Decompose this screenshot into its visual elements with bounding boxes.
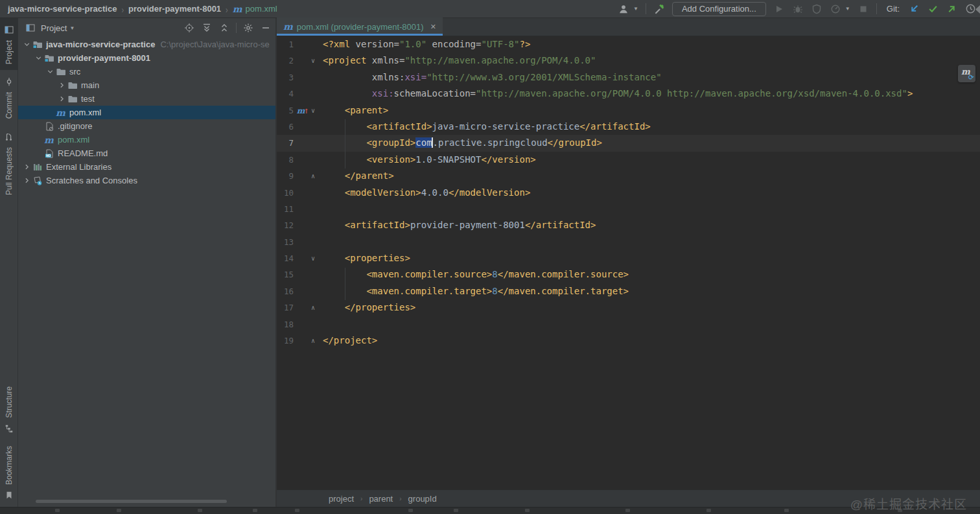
history-clock-icon[interactable] [964,3,976,15]
cutoff-icon [706,509,711,512]
line-number: 12 [277,217,294,233]
tree-item-pom-xml[interactable]: mpom.xml [18,133,275,146]
fold-gutter [308,266,318,283]
code-line-8[interactable]: 8 <version>1.0-SNAPSHOT</version> [277,152,980,168]
settings-gear-icon[interactable] [242,22,254,34]
tree-item-java-micro-service-practice[interactable]: java-micro-service-practiceC:\project\Ja… [18,38,275,51]
collapse-all-icon[interactable] [218,22,230,34]
tree-item--gitignore[interactable]: .gitignore [18,119,275,133]
tree-item-src[interactable]: src [18,65,275,78]
code-line-6[interactable]: 6 <artifactId>java-micro-service-practic… [277,119,980,135]
gutter [294,135,308,151]
fold-marker[interactable]: ∧ [308,168,318,184]
fold-gutter [308,185,318,201]
code-line-5[interactable]: 5m↑∨ <parent> [277,102,980,119]
code-line-17[interactable]: 17∧ </properties> [277,299,980,316]
chevron-right-icon[interactable] [22,176,32,185]
breadcrumb-separator: › [121,3,124,14]
close-icon[interactable]: ✕ [430,23,436,31]
chevron-down-icon[interactable] [34,54,43,62]
chevron-right-icon[interactable] [57,95,67,103]
fold-marker[interactable]: ∧ [308,333,318,349]
chevron-down-icon[interactable] [22,40,32,49]
code-line-9[interactable]: 9∧ </parent> [277,168,980,184]
coverage-icon[interactable] [811,3,822,15]
tree-item-provider-payment-8001[interactable]: provider-payment-8001 [18,51,275,65]
line-number: 18 [277,316,294,333]
xml-breadcrumb-groupid[interactable]: groupId [408,494,437,504]
tree-item-test[interactable]: test [18,92,275,106]
breadcrumb-item[interactable]: java-micro-service-practice [8,4,117,14]
toolbar-separator [876,3,877,14]
maven-parent-icon[interactable]: m↑ [294,102,308,119]
cutoff-icon [117,509,121,512]
run-configuration-select[interactable]: Add Configuration... [672,2,766,16]
code-line-10[interactable]: 10 <modelVersion>4.0.0</modelVersion> [277,185,980,201]
debug-icon[interactable] [792,3,804,15]
code-line-19[interactable]: 19∧</project> [277,333,980,349]
user-icon[interactable] [618,3,629,15]
tree-item-label: .gitignore [58,121,92,131]
code-line-18[interactable]: 18 [277,316,980,333]
tree-item-external-libraries[interactable]: External Libraries [18,160,275,174]
xml-breadcrumb-parent[interactable]: parent [369,494,393,504]
expand-all-icon[interactable] [201,22,213,34]
tree-item-scratches-and-consoles[interactable]: Scratches and Consoles [18,174,275,187]
profiler-icon[interactable] [830,3,841,15]
git-label: Git: [887,4,900,14]
breadcrumb-item[interactable]: provider-payment-8001 [128,4,221,14]
project-panel-title[interactable]: Project [41,23,67,33]
code-line-15[interactable]: 15 <maven.compiler.source>8</maven.compi… [277,266,980,283]
tree-item-main[interactable]: main [18,78,275,92]
fold-marker[interactable]: ∨ [308,53,318,69]
stop-icon[interactable] [858,3,869,15]
code-text: </parent> [318,168,394,184]
code-line-11[interactable]: 11 [277,201,980,217]
tool-window-tab-project[interactable]: Project [0,18,18,70]
editor-tab-pom[interactable]: m pom.xml (provider-payment-8001) ✕ [277,18,443,36]
line-number: 13 [277,234,294,250]
git-commit-check-icon[interactable] [927,3,939,15]
tool-window-tab-commit[interactable]: Commit [0,70,18,124]
hide-panel-icon[interactable] [260,22,272,34]
horizontal-scrollbar[interactable] [36,500,227,503]
code-line-13[interactable]: 13 [277,234,980,250]
xml-breadcrumb-project[interactable]: project [329,494,354,504]
git-update-icon[interactable] [908,3,920,15]
cutoff-icon [975,5,980,14]
breadcrumb-item[interactable]: mpom.xml [233,4,277,14]
git-push-icon[interactable] [946,3,957,15]
chevron-right-icon[interactable] [22,163,32,171]
code-line-2[interactable]: 2∨<project xmlns="http://maven.apache.or… [277,53,980,69]
code-line-12[interactable]: 12 <artifactId>provider-payment-8001</ar… [277,217,980,233]
chevron-right-icon[interactable] [57,81,67,89]
code-line-1[interactable]: 1<?xml version="1.0" encoding="UTF-8"?> [277,36,980,53]
svg-text:MD: MD [46,154,51,158]
tool-window-tab-structure[interactable]: Structure [0,380,18,440]
tree-item-pom-xml[interactable]: mpom.xml [18,106,275,119]
fold-marker[interactable]: ∧ [308,299,318,316]
code-line-3[interactable]: 3 xmlns:xsi="http://www.w3.org/2001/XMLS… [277,69,980,86]
maven-reload-button[interactable]: m ⟳ [958,65,975,82]
code-editor[interactable]: m ⟳ 1<?xml version="1.0" encoding="UTF-8… [277,36,980,490]
code-text: </properties> [318,299,415,316]
tree-item-readme-md[interactable]: MDREADME.md [18,146,275,160]
tool-window-tab-pull-requests[interactable]: Pull Requests [0,125,18,201]
tree-item-label: main [81,80,99,90]
title-bar: java-micro-service-practice›provider-pay… [0,0,980,18]
code-line-16[interactable]: 16 <maven.compiler.target>8</maven.compi… [277,283,980,299]
code-line-14[interactable]: 14∨ <properties> [277,250,980,266]
line-number: 2 [277,53,294,69]
fold-gutter [308,69,318,86]
code-line-7[interactable]: 7 <groupId>com.practive.springcloud</gro… [277,135,980,151]
fold-marker[interactable]: ∨ [308,250,318,266]
locate-icon[interactable] [183,22,195,34]
chevron-down-icon[interactable] [45,67,55,76]
run-icon[interactable] [773,3,785,15]
scratches-icon [32,176,43,186]
tool-window-tab-bookmarks[interactable]: Bookmarks [0,440,18,507]
build-hammer-icon[interactable] [653,3,665,15]
tree-item-label: README.md [58,148,108,158]
fold-marker[interactable]: ∨ [308,102,318,119]
code-line-4[interactable]: 4 xsi:schemaLocation="http://maven.apach… [277,86,980,102]
